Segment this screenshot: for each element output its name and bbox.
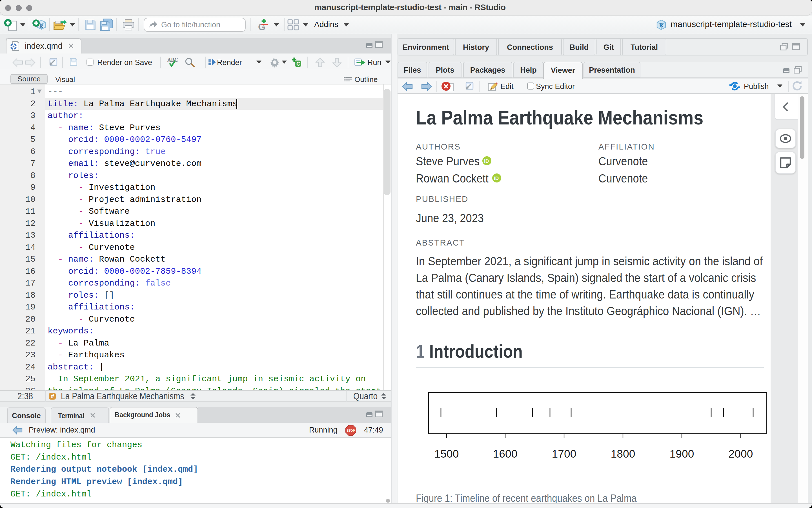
svg-text:C: C	[296, 61, 300, 67]
svg-text:ABC: ABC	[167, 57, 178, 63]
svg-text:1500: 1500	[435, 448, 459, 460]
svg-text:iD: iD	[494, 175, 499, 181]
svg-text:1800: 1800	[611, 448, 635, 460]
svg-text:1700: 1700	[552, 448, 576, 460]
svg-text:2000: 2000	[729, 448, 753, 460]
svg-text:1600: 1600	[493, 448, 518, 460]
svg-text:R: R	[659, 22, 663, 28]
svg-text:1900: 1900	[670, 448, 694, 460]
svg-text:R: R	[39, 23, 43, 29]
svg-text:STOP: STOP	[347, 429, 355, 432]
svg-text:iD: iD	[484, 158, 489, 164]
